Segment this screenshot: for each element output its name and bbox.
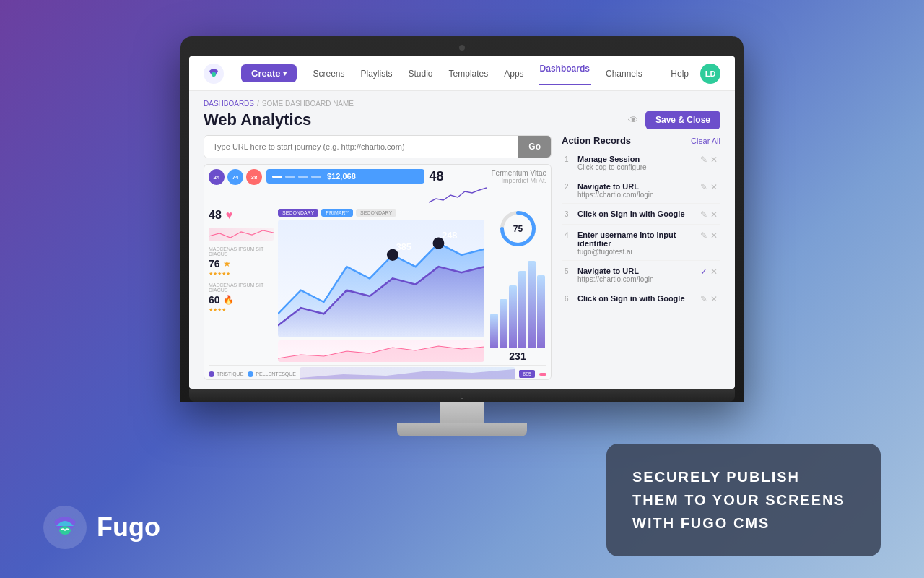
fugo-branding: Fugo bbox=[43, 506, 160, 549]
action-name-5: Navigate to URL bbox=[578, 267, 696, 275]
breadcrumb-parent[interactable]: DASHBOARDS bbox=[204, 100, 254, 108]
page-title-row: Web Analytics 👁 Save & Close bbox=[204, 111, 720, 129]
apple-logo-icon:  bbox=[460, 389, 463, 401]
analytics-preview: 24 74 38 bbox=[204, 164, 552, 380]
monitor-camera bbox=[459, 45, 465, 51]
action-content-2: Navigate to URL https://chartio.com/logi… bbox=[578, 182, 696, 199]
breadcrumb-child: SOME DASHBOARD NAME bbox=[262, 100, 354, 108]
page-title: Web Analytics bbox=[204, 111, 311, 129]
action-edit-6[interactable]: ✎ bbox=[700, 294, 707, 304]
nav-item-help[interactable]: Help bbox=[669, 69, 690, 79]
action-num-6: 6 bbox=[565, 295, 573, 303]
action-num-4: 4 bbox=[565, 231, 573, 239]
action-records-title: Action Records bbox=[562, 135, 631, 146]
tagline-card: SECURELY PUBLISH THEM TO YOUR SCREENS WI… bbox=[606, 444, 881, 556]
action-edit-3[interactable]: ✎ bbox=[700, 210, 707, 220]
screen-area: Create ▾ Screens Playlists Studio Templa… bbox=[189, 56, 735, 389]
page-content: DASHBOARDS / SOME DASHBOARD NAME Web Ana… bbox=[189, 91, 735, 389]
nav-item-studio[interactable]: Studio bbox=[407, 69, 435, 79]
monitor-stand-neck bbox=[440, 402, 484, 423]
action-detail-1: Click cog to configure bbox=[578, 163, 696, 171]
action-num-1: 1 bbox=[565, 155, 573, 163]
svg-point-1 bbox=[212, 72, 216, 77]
main-layout: Go bbox=[204, 135, 720, 380]
left-panel: Go bbox=[204, 135, 552, 380]
monitor-bottom-bar:  bbox=[189, 389, 735, 402]
preview-icon[interactable]: 👁 bbox=[628, 114, 638, 126]
action-content-1: Manage Session Click cog to configure bbox=[578, 155, 696, 171]
analytics-count1: 48 bbox=[429, 169, 443, 184]
action-delete-4[interactable]: ✕ bbox=[710, 230, 718, 241]
svg-text:385: 385 bbox=[396, 241, 411, 252]
create-button[interactable]: Create ▾ bbox=[241, 64, 297, 82]
analytics-count6: 231 bbox=[509, 350, 526, 362]
action-edit-2[interactable]: ✎ bbox=[700, 182, 707, 192]
action-list: 1 Manage Session Click cog to configure … bbox=[562, 150, 720, 309]
action-delete-3[interactable]: ✕ bbox=[710, 210, 718, 220]
action-records-panel: Action Records Clear All 1 Manage Sessio… bbox=[562, 135, 720, 380]
action-icons-6: ✎ ✕ bbox=[700, 294, 718, 304]
url-bar: Go bbox=[204, 135, 552, 158]
monitor-container: Create ▾ Screens Playlists Studio Templa… bbox=[180, 36, 744, 436]
action-item-6: 6 Click on Sign in with Google ✎ ✕ bbox=[562, 290, 720, 309]
page-title-actions: 👁 Save & Close bbox=[628, 111, 720, 129]
action-icons-1: ✎ ✕ bbox=[700, 155, 718, 165]
action-delete-6[interactable]: ✕ bbox=[710, 294, 718, 304]
action-edit-4[interactable]: ✎ bbox=[700, 230, 707, 241]
go-button[interactable]: Go bbox=[518, 136, 551, 158]
url-input[interactable] bbox=[204, 136, 518, 158]
action-delete-1[interactable]: ✕ bbox=[710, 155, 718, 165]
monitor-bezel: Create ▾ Screens Playlists Studio Templa… bbox=[180, 36, 744, 402]
create-label: Create bbox=[251, 68, 280, 79]
breadcrumb: DASHBOARDS / SOME DASHBOARD NAME bbox=[204, 100, 720, 108]
action-records-header: Action Records Clear All bbox=[562, 135, 720, 146]
action-delete-5[interactable]: ✕ bbox=[710, 267, 718, 277]
action-content-4: Enter username into input identifier fug… bbox=[578, 230, 696, 256]
action-item-5: 5 Navigate to URL https://chartio.com/lo… bbox=[562, 262, 720, 288]
action-content-3: Click on Sign in with Google bbox=[578, 210, 696, 218]
action-check-5[interactable]: ✓ bbox=[700, 267, 707, 277]
analytics-count3: 48 bbox=[209, 209, 222, 222]
action-name-2: Navigate to URL bbox=[578, 182, 696, 191]
clear-all-button[interactable]: Clear All bbox=[691, 137, 720, 145]
nav-item-channels[interactable]: Channels bbox=[604, 69, 644, 79]
user-avatar[interactable]: LD bbox=[700, 64, 720, 84]
action-detail-2: https://chartio.com/login bbox=[578, 191, 696, 199]
action-delete-2[interactable]: ✕ bbox=[710, 182, 718, 192]
nav-item-playlists[interactable]: Playlists bbox=[359, 69, 394, 79]
action-detail-5: https://chartio.com/login bbox=[578, 275, 696, 283]
save-close-button[interactable]: Save & Close bbox=[645, 111, 720, 129]
nav-items: Screens Playlists Studio Templates Apps … bbox=[311, 62, 655, 85]
tagline-text: SECURELY PUBLISH THEM TO YOUR SCREENS WI… bbox=[632, 465, 855, 535]
action-icons-2: ✎ ✕ bbox=[700, 182, 718, 192]
nav-right-area: Help LD bbox=[669, 64, 720, 84]
nav-item-screens[interactable]: Screens bbox=[311, 69, 346, 79]
analytics-count4: 76 bbox=[209, 258, 220, 269]
monitor-stand-base bbox=[397, 423, 527, 436]
action-num-2: 2 bbox=[565, 183, 573, 191]
nav-item-dashboards[interactable]: Dashboards bbox=[539, 64, 591, 85]
action-item-4: 4 Enter username into input identifier f… bbox=[562, 226, 720, 261]
action-name-4: Enter username into input identifier bbox=[578, 230, 696, 248]
action-name-6: Click on Sign in with Google bbox=[578, 294, 696, 303]
action-content-5: Navigate to URL https://chartio.com/logi… bbox=[578, 267, 696, 283]
action-icons-4: ✎ ✕ bbox=[700, 230, 718, 241]
tagline-line2: THEM TO YOUR SCREENS bbox=[632, 492, 845, 508]
analytics-count5: 60 bbox=[209, 294, 220, 306]
action-item-2: 2 Navigate to URL https://chartio.com/lo… bbox=[562, 178, 720, 204]
action-detail-4: fugo@fugotest.ai bbox=[578, 248, 696, 256]
action-content-6: Click on Sign in with Google bbox=[578, 294, 696, 303]
svg-text:248: 248 bbox=[442, 230, 457, 241]
action-num-3: 3 bbox=[565, 210, 573, 218]
nav-item-templates[interactable]: Templates bbox=[448, 69, 490, 79]
action-edit-1[interactable]: ✎ bbox=[700, 155, 707, 165]
nav-item-apps[interactable]: Apps bbox=[502, 69, 525, 79]
fugo-brand-name: Fugo bbox=[97, 512, 160, 543]
action-item-1: 1 Manage Session Click cog to configure … bbox=[562, 150, 720, 176]
tagline-line3: WITH FUGO CMS bbox=[632, 515, 770, 531]
analytics-price: $12,068 bbox=[327, 172, 356, 181]
create-dropdown-arrow: ▾ bbox=[283, 69, 287, 77]
action-icons-3: ✎ ✕ bbox=[700, 210, 718, 220]
action-name-1: Manage Session bbox=[578, 155, 696, 163]
action-num-5: 5 bbox=[565, 267, 573, 275]
